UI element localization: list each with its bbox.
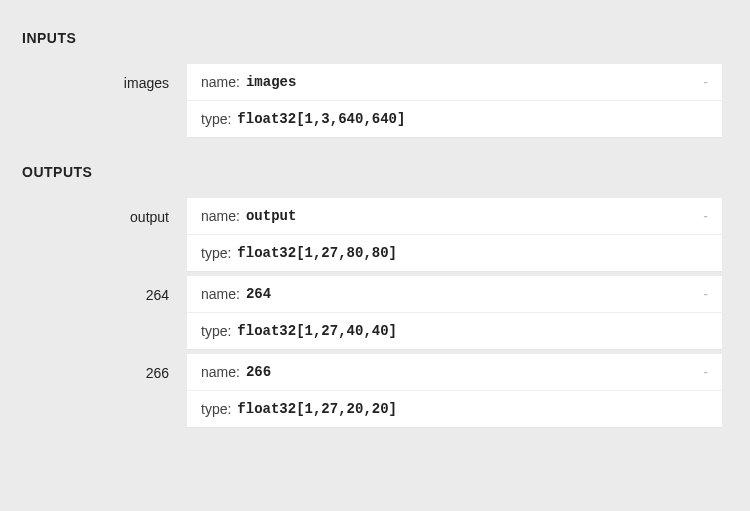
type-key: type: (201, 245, 231, 261)
dash-icon: - (703, 286, 708, 302)
name-val: 264 (246, 286, 271, 302)
name-val: output (246, 208, 296, 224)
inputs-row-0-name: name: images - (187, 64, 722, 101)
outputs-row-2-type: type: float32[1,27,20,20] (187, 391, 722, 427)
dash-icon: - (703, 208, 708, 224)
outputs-row-0-name: name: output - (187, 198, 722, 235)
name-key: name: (201, 286, 240, 302)
outputs-row-0-body: name: output - type: float32[1,27,80,80] (187, 198, 722, 272)
type-val: float32[1,27,40,40] (237, 323, 397, 339)
outputs-header: OUTPUTS (22, 164, 722, 180)
name-key: name: (201, 364, 240, 380)
outputs-row-0-type: type: float32[1,27,80,80] (187, 235, 722, 271)
name-val: images (246, 74, 296, 90)
outputs-row-0-label: output (22, 198, 187, 272)
type-val: float32[1,27,20,20] (237, 401, 397, 417)
outputs-row-2-label: 266 (22, 354, 187, 428)
type-key: type: (201, 401, 231, 417)
outputs-row-1-label: 264 (22, 276, 187, 350)
type-val: float32[1,27,80,80] (237, 245, 397, 261)
inputs-row-0-type: type: float32[1,3,640,640] (187, 101, 722, 137)
outputs-row-2-name: name: 266 - (187, 354, 722, 391)
outputs-row-2: 266 name: 266 - type: float32[1,27,20,20… (22, 354, 722, 428)
inputs-row-0-body: name: images - type: float32[1,3,640,640… (187, 64, 722, 138)
type-key: type: (201, 111, 231, 127)
outputs-row-1-body: name: 264 - type: float32[1,27,40,40] (187, 276, 722, 350)
inputs-row-0-label: images (22, 64, 187, 138)
inputs-row-0: images name: images - type: float32[1,3,… (22, 64, 722, 138)
name-val: 266 (246, 364, 271, 380)
outputs-row-1-type: type: float32[1,27,40,40] (187, 313, 722, 349)
name-key: name: (201, 74, 240, 90)
name-key: name: (201, 208, 240, 224)
outputs-row-2-body: name: 266 - type: float32[1,27,20,20] (187, 354, 722, 428)
type-val: float32[1,3,640,640] (237, 111, 405, 127)
dash-icon: - (703, 364, 708, 380)
dash-icon: - (703, 74, 708, 90)
inputs-header: INPUTS (22, 30, 722, 46)
outputs-row-0: output name: output - type: float32[1,27… (22, 198, 722, 272)
outputs-row-1-name: name: 264 - (187, 276, 722, 313)
type-key: type: (201, 323, 231, 339)
outputs-row-1: 264 name: 264 - type: float32[1,27,40,40… (22, 276, 722, 350)
